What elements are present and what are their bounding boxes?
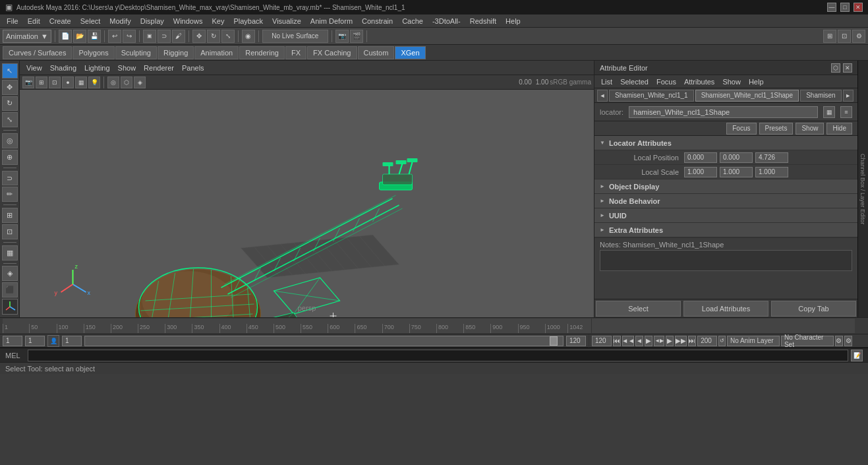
- viewport-mask-button[interactable]: ◈: [2, 266, 18, 281]
- camera-button[interactable]: 📷: [335, 30, 349, 43]
- module-tab-polygons[interactable]: Polygons: [72, 46, 114, 59]
- prev-frame-button[interactable]: ◄: [635, 336, 643, 346]
- viewport-menu-shading[interactable]: Shading: [47, 63, 79, 73]
- load-attributes-button[interactable]: Load Attributes: [683, 301, 768, 317]
- render-region-button[interactable]: ▦: [2, 245, 18, 261]
- texture-button[interactable]: ▦: [75, 77, 87, 88]
- local-scale-y[interactable]: 1.000: [720, 167, 753, 177]
- undo-button[interactable]: ↩: [108, 30, 121, 43]
- char-options-button[interactable]: ⚙: [844, 336, 852, 346]
- module-tab-curves-surfaces[interactable]: Curves / Surfaces: [3, 46, 72, 59]
- module-tab-fx[interactable]: FX: [285, 46, 306, 59]
- attr-tab-node2[interactable]: Shamisen_White_ncl1_1Shape: [695, 90, 799, 102]
- loop-button[interactable]: ↺: [718, 336, 726, 346]
- save-button[interactable]: 💾: [88, 30, 101, 43]
- attr-float-button[interactable]: ⬡: [831, 63, 840, 73]
- attr-tab-prev-button[interactable]: ◄: [597, 90, 608, 102]
- move-tool-button[interactable]: ✥: [2, 80, 18, 95]
- viewport-menu-renderer[interactable]: Renderer: [141, 63, 177, 73]
- menu-item-file[interactable]: File: [3, 16, 22, 26]
- select-button[interactable]: ▣: [143, 30, 156, 43]
- minimize-button[interactable]: —: [827, 3, 836, 12]
- timeline-ruler[interactable]: 1501001502002503003504004505005506006507…: [3, 319, 591, 333]
- soft-mod-button[interactable]: ◎: [2, 133, 18, 148]
- attr-menu-list[interactable]: List: [598, 77, 615, 87]
- wireframe-button[interactable]: ⊡: [49, 77, 61, 88]
- rotate-button[interactable]: ↻: [207, 30, 220, 43]
- move-button[interactable]: ✥: [192, 30, 206, 43]
- go-to-end-button[interactable]: ⏭: [688, 336, 696, 346]
- attr-menu-focus[interactable]: Focus: [654, 77, 679, 87]
- layout-button[interactable]: ⊞: [2, 208, 18, 223]
- menu-item-help[interactable]: Help: [502, 16, 525, 26]
- uuid-section-header[interactable]: ► UUID: [594, 208, 857, 223]
- workspace-dropdown[interactable]: Animation ▼: [3, 30, 51, 43]
- playback-range[interactable]: [84, 336, 564, 346]
- redo-button[interactable]: ↪: [123, 30, 136, 43]
- module-tab-sculpting[interactable]: Sculpting: [115, 46, 157, 59]
- step-back-button[interactable]: ◄◄: [622, 336, 634, 346]
- quick-layout-button[interactable]: ⬛: [2, 282, 18, 297]
- lasso-tool-button[interactable]: ⊃: [2, 171, 18, 186]
- panel-layout-button[interactable]: ⊞: [36, 77, 47, 88]
- play-button[interactable]: ▶: [645, 336, 652, 346]
- hide-button[interactable]: Hide: [826, 123, 852, 135]
- notes-textarea[interactable]: [600, 250, 852, 271]
- viewport-canvas[interactable]: x y z persp: [20, 90, 594, 317]
- smooth-shade-button[interactable]: ●: [62, 77, 74, 88]
- menu-item-modify[interactable]: Modify: [105, 16, 134, 26]
- snap-grid-button[interactable]: ⊡: [2, 224, 18, 239]
- local-pos-y[interactable]: 0.000: [720, 152, 753, 163]
- local-pos-z[interactable]: 4.726: [755, 152, 788, 163]
- menu-item-create[interactable]: Create: [45, 16, 75, 26]
- attr-menu-help[interactable]: Help: [746, 77, 767, 87]
- paint-select-button[interactable]: 🖌: [172, 30, 185, 43]
- menu-item--3dtoall-[interactable]: -3DtoAll-: [428, 16, 465, 26]
- sub-frame-field[interactable]: 1: [62, 336, 82, 346]
- copy-tab-button[interactable]: Copy Tab: [771, 301, 856, 317]
- scale-button[interactable]: ⤡: [221, 30, 235, 43]
- camera-view-button[interactable]: 📷: [22, 77, 34, 88]
- channel-box-label[interactable]: Channel Box / Layer Editor: [858, 151, 867, 228]
- open-button[interactable]: 📂: [73, 30, 86, 43]
- anim-end-field[interactable]: 200: [697, 336, 717, 346]
- viewport-menu-show[interactable]: Show: [115, 63, 139, 73]
- maximize-button[interactable]: □: [840, 3, 850, 12]
- render-button[interactable]: 🎬: [350, 30, 363, 43]
- no-anim-layer-field[interactable]: No Anim Layer: [727, 336, 780, 346]
- snap-button[interactable]: ⊡: [838, 30, 851, 43]
- node-behavior-section-header[interactable]: ► Node Behavior: [594, 194, 857, 208]
- menu-item-constrain[interactable]: Constrain: [358, 16, 397, 26]
- attr-tab-next-button[interactable]: ►: [843, 90, 854, 102]
- menu-item-key[interactable]: Key: [208, 16, 228, 26]
- render-settings-button[interactable]: ⚙: [852, 30, 865, 43]
- menu-item-cache[interactable]: Cache: [398, 16, 427, 26]
- attr-tab-node3[interactable]: Shamisen: [800, 90, 841, 102]
- range-end-field[interactable]: 120: [566, 336, 586, 346]
- range-thumb[interactable]: [550, 336, 558, 346]
- viewport-menu-lighting[interactable]: Lighting: [82, 63, 113, 73]
- module-tab-xgen[interactable]: XGen: [395, 46, 425, 59]
- char-settings-button[interactable]: ⚙: [835, 336, 843, 346]
- extra-attributes-section-header[interactable]: ► Extra Attributes: [594, 223, 857, 237]
- lasso-button[interactable]: ⊃: [158, 30, 171, 43]
- selection-mask-button[interactable]: ◎: [107, 77, 119, 88]
- scale-tool-button[interactable]: ⤡: [2, 112, 18, 127]
- soft-select-button[interactable]: ◉: [242, 30, 255, 43]
- menu-item-windows[interactable]: Windows: [169, 16, 207, 26]
- xray-button[interactable]: ⬡: [121, 77, 132, 88]
- menu-item-redshift[interactable]: Redshift: [466, 16, 500, 26]
- module-tab-rendering[interactable]: Rendering: [239, 46, 285, 59]
- menu-item-visualize[interactable]: Visualize: [268, 16, 305, 26]
- new-scene-button[interactable]: 📄: [59, 30, 72, 43]
- frame-current-field[interactable]: 1: [25, 336, 45, 346]
- menu-item-display[interactable]: Display: [136, 16, 168, 26]
- no-char-set-field[interactable]: No Character Set: [781, 336, 834, 346]
- play-both-button[interactable]: ◄▶: [654, 336, 664, 346]
- local-scale-z[interactable]: 1.000: [755, 167, 788, 177]
- module-tab-fx-caching[interactable]: FX Caching: [307, 46, 357, 59]
- attr-menu-selected[interactable]: Selected: [618, 77, 651, 87]
- show-manip-button[interactable]: ⊕: [2, 150, 18, 165]
- axis-origin-button[interactable]: [2, 299, 18, 315]
- isolate-button[interactable]: ◈: [134, 77, 146, 88]
